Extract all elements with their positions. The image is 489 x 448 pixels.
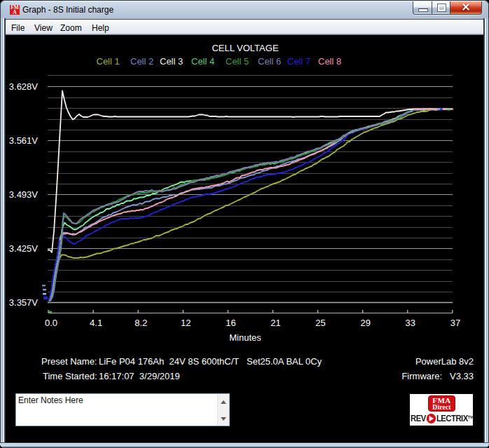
svg-text:21: 21 [270,318,280,328]
svg-text:Preset Name:: Preset Name: [41,356,97,367]
svg-text:Cell 8: Cell 8 [318,56,341,67]
svg-text:Firmware: V3.33: Firmware: V3.33 [401,371,474,381]
svg-text:8.2: 8.2 [135,318,147,328]
svg-text:Cell 7: Cell 7 [287,56,310,67]
svg-text:Minutes: Minutes [229,332,261,343]
svg-text:Cell 1: Cell 1 [97,56,120,67]
svg-text:3.425V: 3.425V [9,243,39,254]
svg-text:0.0: 0.0 [45,318,57,328]
svg-text:3.493V: 3.493V [9,189,39,200]
svg-text:Cell 2: Cell 2 [130,56,153,67]
svg-text:LiFe P04 176Ah 24V 8S 600thC/: LiFe P04 176Ah 24V 8S 600thC/T Set25.0A … [99,356,322,367]
svg-text:12: 12 [181,318,191,328]
svg-text:Cell 5: Cell 5 [226,56,249,67]
svg-text:16: 16 [226,318,235,328]
svg-text:PowerLab 8v2: PowerLab 8v2 [415,356,474,367]
svg-text:29: 29 [360,318,370,328]
svg-text:33: 33 [406,318,415,328]
svg-text:CELL VOLTAGE: CELL VOLTAGE [212,43,278,53]
svg-text:3.357V: 3.357V [9,297,39,308]
svg-text:Cell 3: Cell 3 [160,56,183,67]
svg-text:Cell 4: Cell 4 [191,56,214,67]
svg-text:25: 25 [315,318,325,328]
svg-text:Time Started:: Time Started: [43,371,97,381]
svg-text:4.1: 4.1 [90,318,102,328]
svg-text:16:17:07 3/29/2019: 16:17:07 3/29/2019 [99,371,180,381]
svg-text:37: 37 [450,318,460,328]
svg-text:Cell 6: Cell 6 [258,56,281,67]
svg-text:3.628V: 3.628V [9,81,39,92]
svg-text:3.561V: 3.561V [9,135,39,146]
